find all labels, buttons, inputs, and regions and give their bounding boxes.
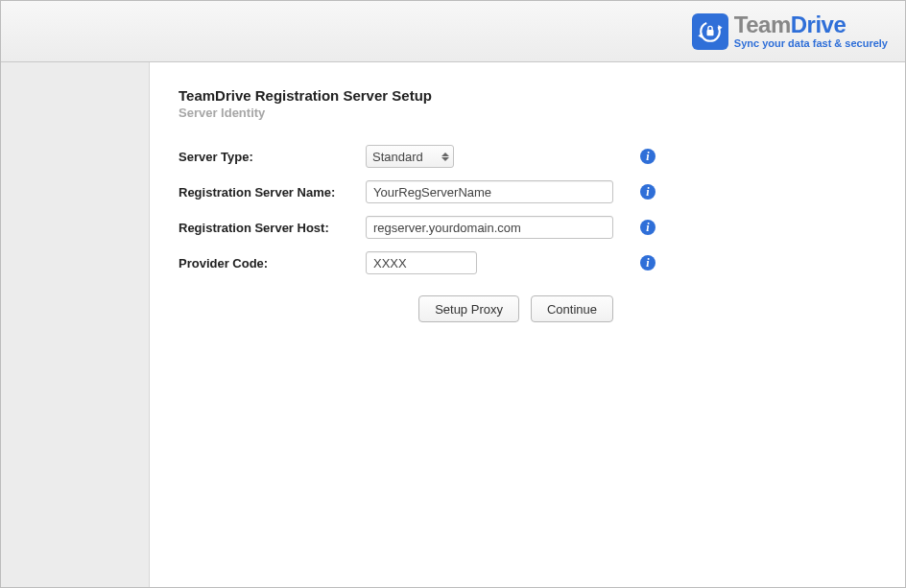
control-reg-server-name [366,180,613,203]
button-row-inner: Setup Proxy Continue [366,295,613,322]
label-reg-server-host: Registration Server Host: [179,221,366,235]
control-reg-server-host [366,216,613,239]
sync-lock-icon [697,18,724,45]
row-reg-server-host: Registration Server Host: i [179,214,876,241]
info-icon[interactable]: i [640,149,656,164]
server-type-select[interactable]: Standard [366,145,454,168]
button-row: Setup Proxy Continue [179,295,876,322]
control-server-type: Standard [366,145,613,168]
main-content: TeamDrive Registration Server Setup Serv… [150,62,905,587]
info-cell-reg-server-host: i [613,220,876,235]
row-reg-server-name: Registration Server Name: i [179,178,876,205]
provider-code-input[interactable] [366,251,477,274]
control-provider-code [366,251,613,274]
sidebar [1,62,150,587]
body: TeamDrive Registration Server Setup Serv… [1,62,905,587]
info-cell-server-type: i [613,149,876,164]
brand-logo: TeamDrive Sync your data fast & securely [692,13,888,50]
info-icon[interactable]: i [640,255,656,270]
select-stepper-icon [441,153,449,161]
server-type-value: Standard [372,150,423,164]
info-icon[interactable]: i [640,220,656,235]
reg-server-name-input[interactable] [366,180,613,203]
reg-server-host-input[interactable] [366,216,613,239]
brand-name-part2: Drive [791,12,846,37]
label-server-type: Server Type: [179,150,366,164]
svg-rect-3 [706,29,713,35]
brand-tagline: Sync your data fast & securely [734,38,888,49]
brand-name: TeamDrive [734,13,888,36]
row-server-type: Server Type: Standard i [179,143,876,170]
info-cell-reg-server-name: i [613,184,876,200]
brand-name-part1: Team [734,12,791,37]
app-window: TeamDrive Sync your data fast & securely… [0,0,906,588]
page-title: TeamDrive Registration Server Setup [179,87,876,104]
continue-button[interactable]: Continue [531,295,613,322]
brand-text: TeamDrive Sync your data fast & securely [734,13,888,49]
info-icon[interactable]: i [640,184,656,200]
teamdrive-logo-icon [692,13,728,50]
header-bar: TeamDrive Sync your data fast & securely [1,1,905,62]
row-provider-code: Provider Code: i [179,249,876,276]
label-provider-code: Provider Code: [179,256,366,270]
label-reg-server-name: Registration Server Name: [179,185,366,200]
page-subtitle: Server Identity [179,106,876,120]
setup-proxy-button[interactable]: Setup Proxy [418,295,519,322]
info-cell-provider-code: i [613,255,876,270]
